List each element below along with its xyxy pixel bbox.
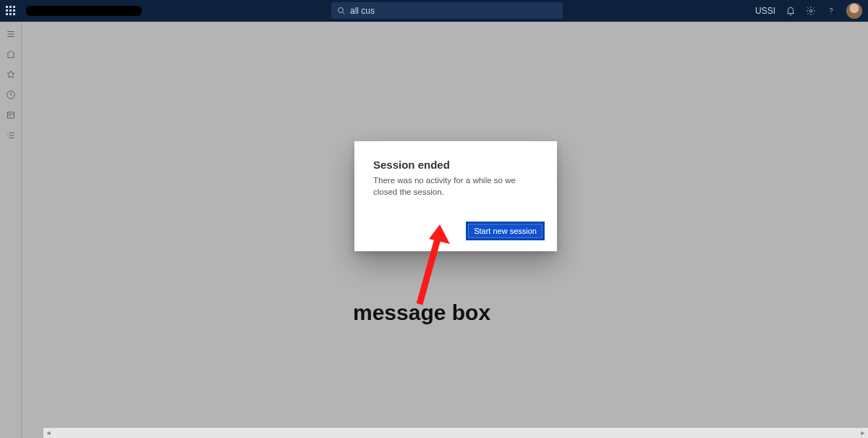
gear-icon[interactable] <box>806 6 816 16</box>
help-icon[interactable] <box>826 6 836 16</box>
horizontal-scrollbar[interactable]: ◄ ► <box>43 428 868 438</box>
star-icon[interactable] <box>6 70 16 80</box>
svg-point-0 <box>339 7 344 12</box>
brand-redacted <box>26 6 142 16</box>
global-search[interactable] <box>331 2 563 19</box>
annotation-arrow <box>398 221 463 308</box>
scroll-left-icon[interactable]: ◄ <box>43 428 54 438</box>
home-icon[interactable] <box>6 49 16 59</box>
hamburger-icon[interactable] <box>6 29 16 39</box>
dialog-title: Session ended <box>373 159 538 171</box>
app-launcher-icon[interactable] <box>6 6 16 16</box>
bell-icon[interactable] <box>786 6 796 16</box>
svg-point-2 <box>809 9 812 12</box>
content-area: Session ended There was no activity for … <box>22 22 868 438</box>
org-label[interactable]: USSI <box>755 6 775 16</box>
scroll-right-icon[interactable]: ► <box>858 428 868 438</box>
user-avatar[interactable] <box>846 3 862 19</box>
svg-point-3 <box>831 13 832 14</box>
workspace-icon[interactable] <box>6 110 16 120</box>
top-nav-bar: USSI <box>0 0 868 22</box>
list-icon[interactable] <box>6 130 16 140</box>
search-icon <box>337 7 346 15</box>
svg-line-17 <box>420 239 438 304</box>
search-input[interactable] <box>350 6 557 16</box>
svg-rect-8 <box>7 112 14 118</box>
annotation-label: message box <box>353 300 490 325</box>
svg-line-1 <box>343 12 345 14</box>
recent-icon[interactable] <box>6 90 16 100</box>
dialog-message: There was no activity for a while so we … <box>373 175 538 198</box>
left-nav-rail <box>0 22 22 438</box>
start-new-session-button[interactable]: Start new session <box>467 222 544 240</box>
svg-marker-18 <box>429 224 450 244</box>
